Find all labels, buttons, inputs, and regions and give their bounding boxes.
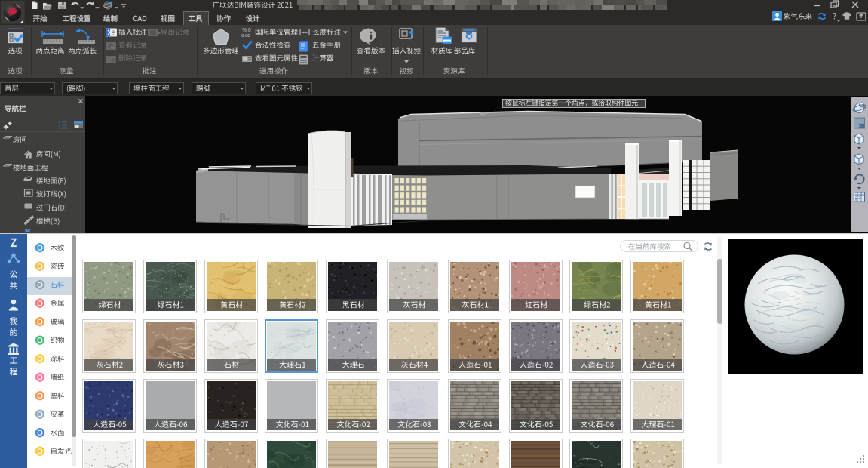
svg-text:20: 20 — [859, 123, 865, 128]
svg-text:0.00: 0.00 — [241, 33, 250, 38]
svg-text:% 0: % 0 — [242, 27, 251, 32]
